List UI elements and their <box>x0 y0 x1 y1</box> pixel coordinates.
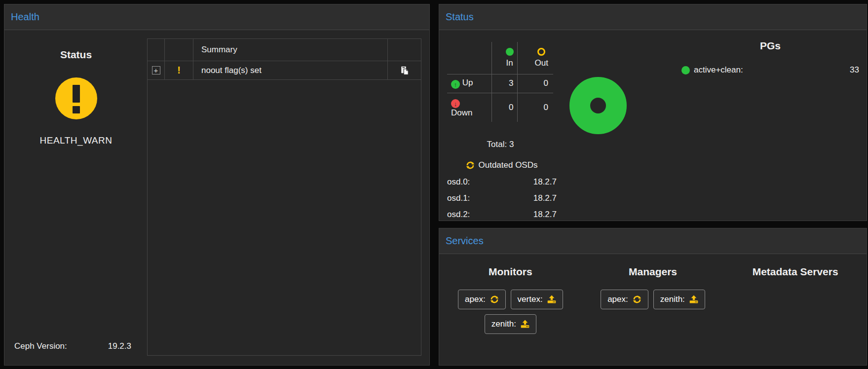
upload-icon <box>689 295 698 304</box>
health-checks-table: Summary + ! noout flag(s) set <box>147 38 421 356</box>
health-status-text: HEALTH_WARN <box>4 135 148 146</box>
service-badge-zenith[interactable]: zenith: <box>485 314 536 334</box>
up-row-label: Up <box>462 78 473 87</box>
expand-header-cell <box>148 39 165 61</box>
active-clean-dot-icon <box>681 66 690 74</box>
osd-version: 18.2.7 <box>533 210 557 220</box>
warning-exclamation-icon: ! <box>177 65 181 76</box>
osd-version: 18.2.7 <box>533 177 557 187</box>
manager-name: zenith: <box>660 295 685 304</box>
ceph-version-label: Ceph Version: <box>14 341 67 351</box>
upload-icon <box>521 320 529 329</box>
service-badge-zenith[interactable]: zenith: <box>653 290 705 309</box>
outdated-osds-title-row: Outdated OSDs <box>447 160 557 170</box>
outdated-osd-row: osd.0: 18.2.7 <box>447 174 557 190</box>
osd-down-row-label-cell: ↓ Down <box>447 93 491 122</box>
status-panel: Status In Out <box>439 4 867 221</box>
health-panel-title: Health <box>11 11 39 23</box>
ceph-version-row: Ceph Version: 19.2.3 <box>14 341 131 351</box>
expand-cell: + <box>148 61 165 79</box>
pgs-donut-chart <box>569 77 627 134</box>
in-dot-icon <box>506 48 514 56</box>
monitor-name: zenith: <box>491 319 516 329</box>
health-panel-header: Health <box>4 4 429 30</box>
services-panel-title: Services <box>446 235 484 247</box>
status-panel-body: In Out ↑ Up 3 0 <box>439 30 867 220</box>
health-panel-body: Status HEALTH_WARN Ceph Version: 19.2.3 … <box>4 30 429 365</box>
out-ring-icon <box>537 48 545 56</box>
osd-up-out-value: 0 <box>517 74 553 93</box>
summary-cell: noout flag(s) set <box>193 61 388 79</box>
warning-exclamation-dot <box>73 106 80 113</box>
warning-exclamation-bar <box>73 85 80 103</box>
up-arrow-circle-icon: ↑ <box>451 80 460 89</box>
osd-table-corner-cell <box>447 42 491 74</box>
pgs-legend-value: 33 <box>850 65 859 75</box>
refresh-icon <box>490 295 499 304</box>
osd-total-line: Total: 3 <box>447 140 554 149</box>
outdated-osd-row: osd.1: 18.2.7 <box>447 190 557 206</box>
outdated-osds-block: Outdated OSDs osd.0: 18.2.7 osd.1: 18.2.… <box>447 160 557 222</box>
osd-down-out-value: 0 <box>517 93 553 122</box>
down-row-label: Down <box>451 108 472 117</box>
pgs-block: PGs active+clean: 33 <box>681 40 859 75</box>
outdated-osd-row: osd.2: 18.2.7 <box>447 206 557 222</box>
monitor-name: apex: <box>465 295 486 304</box>
osd-name: osd.2: <box>447 210 470 220</box>
status-heading: Status <box>4 49 148 61</box>
health-check-row[interactable]: + ! noout flag(s) set <box>148 61 421 80</box>
manager-name: apex: <box>607 295 628 304</box>
osd-name: osd.0: <box>447 177 470 187</box>
refresh-icon <box>633 295 642 304</box>
severity-header-cell <box>165 39 193 61</box>
managers-column: Managers apex: <box>582 266 724 334</box>
copy-to-clipboard-button[interactable] <box>400 66 410 75</box>
monitors-column: Monitors apex: <box>439 266 582 334</box>
actions-header-cell <box>388 39 421 61</box>
services-panel-header: Services <box>439 228 867 254</box>
osd-down-in-value: 0 <box>491 93 517 122</box>
service-badge-vertex[interactable]: vertex: <box>511 290 563 309</box>
copy-icon <box>400 66 410 75</box>
out-column-label: Out <box>535 58 548 68</box>
services-grid: Monitors apex: <box>439 254 867 334</box>
status-panel-title: Status <box>446 11 474 23</box>
services-panel-body: Monitors apex: <box>439 254 867 365</box>
health-panel: Health Status HEALTH_WARN Ceph Version: … <box>4 4 430 366</box>
health-table-header-row: Summary <box>148 39 421 61</box>
refresh-icon <box>466 161 475 170</box>
upload-icon <box>547 295 556 304</box>
osd-in-header-cell: In <box>491 42 517 74</box>
monitors-badges: apex: vertex: <box>439 290 582 334</box>
in-column-label: In <box>506 58 513 68</box>
monitor-name: vertex: <box>518 295 543 304</box>
health-status-column: Status HEALTH_WARN Ceph Version: 19.2.3 <box>4 30 148 365</box>
services-panel: Services Monitors apex: <box>439 228 867 366</box>
managers-badges: apex: zenith: <box>582 290 724 309</box>
summary-header-cell: Summary <box>193 39 388 61</box>
metadata-servers-heading: Metadata Servers <box>724 266 867 278</box>
expand-row-button[interactable]: + <box>152 66 160 74</box>
osd-up-row-label-cell: ↑ Up <box>447 74 491 93</box>
health-warning-icon <box>55 77 97 119</box>
pgs-legend-label: active+clean: <box>694 65 743 75</box>
osd-up-in-value: 3 <box>491 74 517 93</box>
monitors-heading: Monitors <box>439 266 582 278</box>
service-badge-apex[interactable]: apex: <box>601 290 648 309</box>
pgs-legend-row: active+clean: 33 <box>681 65 859 75</box>
pgs-heading: PGs <box>681 40 859 52</box>
actions-cell <box>388 61 421 79</box>
status-panel-header: Status <box>439 4 867 30</box>
osd-version: 18.2.7 <box>533 193 557 203</box>
outdated-osds-title: Outdated OSDs <box>478 160 537 170</box>
osd-out-header-cell: Out <box>517 42 553 74</box>
severity-cell: ! <box>165 61 193 79</box>
osd-name: osd.1: <box>447 193 470 203</box>
osd-in-out-table: In Out ↑ Up 3 0 <box>447 42 553 122</box>
service-badge-apex[interactable]: apex: <box>458 290 506 309</box>
managers-heading: Managers <box>582 266 724 278</box>
metadata-servers-column: Metadata Servers <box>724 266 867 334</box>
ceph-version-value: 19.2.3 <box>108 341 131 351</box>
down-arrow-circle-icon: ↓ <box>451 99 460 108</box>
